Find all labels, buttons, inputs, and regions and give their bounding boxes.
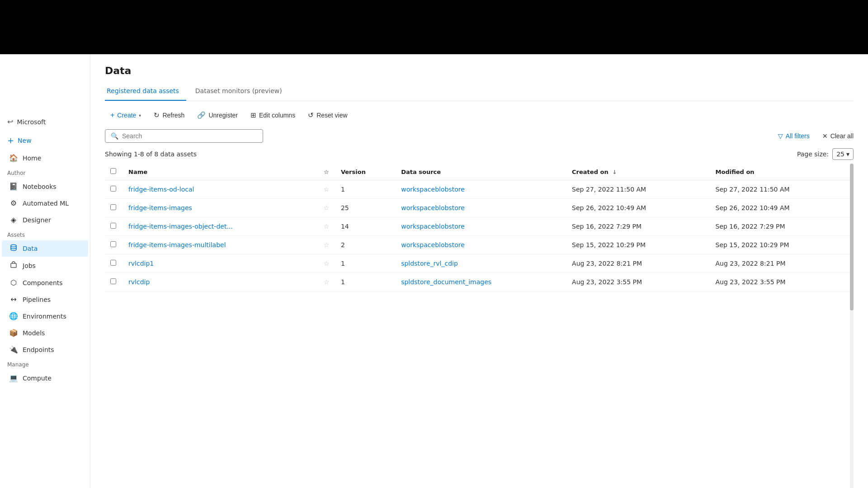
vertical-scrollbar[interactable] — [850, 164, 854, 488]
row-checkbox[interactable] — [110, 278, 116, 284]
home-icon: 🏠 — [9, 154, 18, 162]
col-name: Name — [123, 164, 317, 180]
row-datasource: workspaceblobstore — [396, 217, 566, 236]
row-created-on: Sep 26, 2022 10:49 AM — [566, 199, 710, 217]
row-datasource-link[interactable]: workspaceblobstore — [401, 241, 465, 249]
sidebar-item-endpoints[interactable]: 🔌 Endpoints — [2, 342, 88, 357]
create-label: Create — [117, 112, 136, 119]
sidebar: ↩ Microsoft + New 🏠 Home Author 📓 Notebo… — [0, 54, 90, 488]
vertical-scroll-thumb — [850, 164, 854, 310]
pipelines-label: Pipelines — [23, 296, 51, 303]
row-datasource-link[interactable]: spldstore_document_images — [401, 278, 491, 286]
col-checkbox — [105, 164, 123, 180]
search-input[interactable] — [122, 132, 257, 140]
sidebar-item-environments[interactable]: 🌐 Environments — [2, 308, 88, 324]
table-row: rvlcdip ☆ 1 spldstore_document_images Au… — [105, 273, 854, 291]
row-star[interactable]: ☆ — [317, 236, 335, 254]
col-created-on: Created on ↓ — [566, 164, 710, 180]
row-name: fridge-items-images — [123, 199, 317, 217]
row-datasource: spldstore_rvl_cdip — [396, 254, 566, 273]
data-table: Name ☆ Version Data source Created on ↓ — [105, 164, 854, 291]
sidebar-item-compute[interactable]: 💻 Compute — [2, 370, 88, 386]
row-star[interactable]: ☆ — [317, 273, 335, 291]
tabs: Registered data assets Dataset monitors … — [105, 84, 854, 101]
sidebar-item-designer[interactable]: ◈ Designer — [2, 212, 88, 228]
row-modified-on: Sep 16, 2022 7:29 PM — [710, 217, 854, 236]
clear-all-x-icon: ✕ — [822, 132, 828, 140]
row-name-link[interactable]: fridge-items-images-multilabel — [128, 241, 226, 249]
row-star[interactable]: ☆ — [317, 199, 335, 217]
pipelines-icon: ↔ — [9, 295, 18, 304]
environments-label: Environments — [23, 313, 66, 320]
row-star[interactable]: ☆ — [317, 254, 335, 273]
edit-columns-button[interactable]: ⊞ Edit columns — [245, 108, 301, 122]
refresh-button[interactable]: ↻ Refresh — [148, 108, 190, 122]
unregister-icon: 🔗 — [197, 111, 206, 119]
table-row: fridge-items-images-object-det... ☆ 14 w… — [105, 217, 854, 236]
sidebar-item-notebooks[interactable]: 📓 Notebooks — [2, 178, 88, 194]
tab-registered-data-assets[interactable]: Registered data assets — [105, 84, 186, 101]
row-datasource-link[interactable]: workspaceblobstore — [401, 186, 465, 193]
new-label: New — [18, 137, 32, 144]
row-version: 1 — [335, 273, 396, 291]
create-button[interactable]: + Create ▾ — [105, 108, 146, 122]
page-size-value: 25 — [836, 150, 844, 158]
row-checkbox[interactable] — [110, 223, 116, 229]
select-all-checkbox[interactable] — [110, 168, 116, 174]
create-chevron-icon: ▾ — [139, 113, 141, 118]
results-row: Showing 1-8 of 8 data assets Page size: … — [90, 146, 868, 164]
row-modified-on: Aug 23, 2022 8:21 PM — [710, 254, 854, 273]
jobs-icon — [9, 261, 18, 270]
row-name-link[interactable]: fridge-items-images — [128, 204, 192, 211]
table-row: rvlcdip1 ☆ 1 spldstore_rvl_cdip Aug 23, … — [105, 254, 854, 273]
sidebar-item-automated-ml[interactable]: ⚙ Automated ML — [2, 195, 88, 211]
sidebar-item-home-label: Home — [23, 155, 41, 162]
toolbar: + Create ▾ ↻ Refresh 🔗 Unregister ⊞ Edit… — [90, 101, 868, 129]
col-star: ☆ — [317, 164, 335, 180]
sidebar-item-pipelines[interactable]: ↔ Pipelines — [2, 291, 88, 307]
main-content: Data Registered data assets Dataset moni… — [90, 54, 868, 488]
row-modified-on: Aug 23, 2022 3:55 PM — [710, 273, 854, 291]
row-star[interactable]: ☆ — [317, 217, 335, 236]
sidebar-item-home[interactable]: 🏠 Home — [2, 150, 88, 166]
components-label: Components — [23, 279, 63, 286]
page-size-select[interactable]: 25 ▾ — [832, 148, 854, 160]
search-box[interactable]: 🔍 — [105, 129, 263, 143]
data-table-container: Name ☆ Version Data source Created on ↓ — [105, 164, 854, 488]
row-checkbox[interactable] — [110, 204, 116, 210]
sidebar-item-components[interactable]: ⬡ Components — [2, 275, 88, 291]
tab-dataset-monitors[interactable]: Dataset monitors (preview) — [193, 84, 289, 101]
unregister-button[interactable]: 🔗 Unregister — [192, 108, 243, 122]
row-datasource-link[interactable]: spldstore_rvl_cdip — [401, 260, 458, 267]
row-datasource: workspaceblobstore — [396, 199, 566, 217]
row-name-link[interactable]: fridge-items-od-local — [128, 186, 194, 193]
row-name-link[interactable]: fridge-items-images-object-det... — [128, 223, 233, 230]
row-created-on: Sep 16, 2022 7:29 PM — [566, 217, 710, 236]
row-created-on: Aug 23, 2022 3:55 PM — [566, 273, 710, 291]
row-name-link[interactable]: rvlcdip1 — [128, 260, 154, 267]
col-modified-on: Modified on — [710, 164, 854, 180]
row-name-link[interactable]: rvlcdip — [128, 278, 150, 286]
svg-point-0 — [11, 245, 16, 247]
row-created-on: Sep 15, 2022 10:29 PM — [566, 236, 710, 254]
compute-label: Compute — [23, 375, 52, 382]
sidebar-item-models[interactable]: 📦 Models — [2, 325, 88, 341]
reset-view-icon: ↺ — [308, 111, 314, 119]
refresh-label: Refresh — [162, 112, 184, 119]
sidebar-back-microsoft[interactable]: ↩ Microsoft — [0, 113, 90, 131]
row-star[interactable]: ☆ — [317, 180, 335, 199]
clear-all-button[interactable]: ✕ Clear all — [822, 132, 854, 140]
reset-view-button[interactable]: ↺ Reset view — [302, 108, 353, 122]
sidebar-item-data[interactable]: Data — [2, 240, 88, 257]
row-checkbox[interactable] — [110, 186, 116, 192]
row-checkbox[interactable] — [110, 260, 116, 266]
row-modified-on: Sep 26, 2022 10:49 AM — [710, 199, 854, 217]
designer-icon: ◈ — [9, 216, 18, 224]
all-filters-button[interactable]: ▽ All filters — [773, 130, 815, 142]
sidebar-item-jobs[interactable]: Jobs — [2, 258, 88, 274]
row-datasource: workspaceblobstore — [396, 180, 566, 199]
row-datasource-link[interactable]: workspaceblobstore — [401, 204, 465, 211]
row-checkbox[interactable] — [110, 241, 116, 247]
row-datasource-link[interactable]: workspaceblobstore — [401, 223, 465, 230]
new-button[interactable]: + New — [0, 131, 90, 150]
